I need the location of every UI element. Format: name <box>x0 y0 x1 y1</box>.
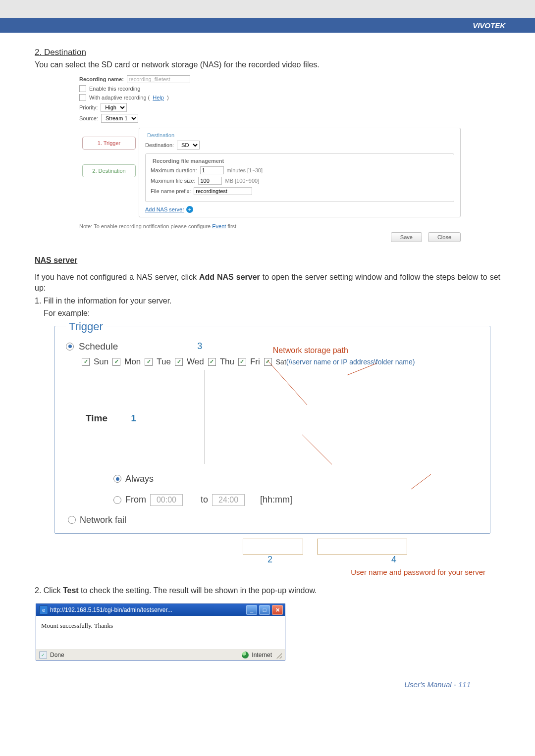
internet-zone-icon <box>242 652 249 658</box>
tue-checkbox[interactable] <box>145 358 153 366</box>
to-label: to <box>201 495 208 505</box>
add-nas-server-link[interactable]: Add NAS server + <box>145 206 193 213</box>
nas-step-1-example: For example: <box>44 308 500 319</box>
divider-line <box>205 370 205 464</box>
callout-2: 2 <box>268 554 272 565</box>
page-content: 2. Destination You can select the SD car… <box>0 33 535 713</box>
brand-text: VIVOTEK <box>473 21 505 30</box>
prefix-label: File name prefix: <box>151 188 191 194</box>
section-intro: You can select the SD card or network st… <box>35 59 500 70</box>
section-title-destination: 2. Destination <box>35 48 500 57</box>
trigger-legend: Trigger <box>66 320 106 333</box>
step-destination-box[interactable]: 2. Destination <box>82 164 136 177</box>
popup-titlebar: e http://192.168.5.151/cgi-bin/admin/tes… <box>36 604 285 616</box>
close-window-button[interactable]: ✕ <box>272 605 283 615</box>
recording-name-input[interactable] <box>127 75 190 83</box>
adaptive-recording-checkbox[interactable] <box>79 94 86 101</box>
status-zone: Internet <box>252 652 272 658</box>
help-link[interactable]: Help <box>153 95 164 101</box>
status-done: Done <box>50 652 64 658</box>
popup-statusbar: ✓ Done Internet <box>36 650 285 660</box>
destination-label: Destination: <box>145 142 174 148</box>
recording-name-label: Recording name: <box>79 76 124 82</box>
callout-1: 1 <box>131 413 136 423</box>
network-fail-radio[interactable] <box>68 516 76 524</box>
max-duration-label: Maximum duration: <box>151 167 197 173</box>
popup-body: Mount successfully. Thanks <box>36 616 285 650</box>
nas-intro: If you have not configured a NAS server,… <box>35 272 500 293</box>
always-radio[interactable] <box>113 475 121 483</box>
page-footer: User's Manual - 111 <box>35 680 471 689</box>
destination-fieldset: Destination Destination: SD Recording fi… <box>139 128 461 217</box>
test-result-popup: e http://192.168.5.151/cgi-bin/admin/tes… <box>36 604 285 660</box>
plus-icon: + <box>186 206 193 213</box>
adaptive-close: ) <box>167 95 169 101</box>
time-label: Time 1 <box>86 413 195 424</box>
ie-icon: e <box>39 605 48 614</box>
minimize-button[interactable]: _ <box>246 605 257 615</box>
brand-bar: VIVOTEK <box>0 18 535 33</box>
fri-checkbox[interactable] <box>238 358 246 366</box>
recording-settings-screenshot: Recording name: Enable this recording Wi… <box>79 75 461 242</box>
enable-recording-label: Enable this recording <box>89 86 140 92</box>
event-link[interactable]: Event <box>212 223 226 229</box>
from-radio[interactable] <box>113 496 121 504</box>
thu-checkbox[interactable] <box>208 358 216 366</box>
mon-checkbox[interactable] <box>112 358 120 366</box>
days-row: Sun Mon Tue Wed Thu Fri Network storage … <box>82 357 479 367</box>
trigger-fieldset: Trigger Schedule 3 Sun Mon Tue Wed Thu F… <box>54 326 490 534</box>
source-label: Source: <box>79 115 98 121</box>
nas-server-heading: NAS server <box>35 256 500 265</box>
network-fail-label: Network fail <box>80 515 126 525</box>
network-storage-path-label: Network storage path <box>273 346 348 355</box>
nas-step-2: 2. Click Test to check the setting. The … <box>35 585 500 596</box>
callout-4: 4 <box>391 554 396 565</box>
callout-3: 3 <box>197 341 202 352</box>
priority-label: Priority: <box>79 104 98 110</box>
maximize-button[interactable]: □ <box>259 605 270 615</box>
from-label: From <box>125 495 146 505</box>
max-size-input[interactable] <box>198 177 222 185</box>
done-icon: ✓ <box>39 651 47 659</box>
userpw-caption: User name and password for your server <box>54 568 485 576</box>
callout-box-4 <box>317 539 407 554</box>
step-trigger-box[interactable]: 1. Trigger <box>82 137 136 150</box>
top-grey-strip <box>0 0 535 18</box>
recording-file-mgmt-legend: Recording file management <box>151 158 226 164</box>
callout-box-2 <box>243 539 303 554</box>
sun-checkbox[interactable] <box>82 358 90 366</box>
enable-recording-checkbox[interactable] <box>79 85 86 92</box>
save-button[interactable]: Save <box>391 232 422 242</box>
nas-step-1: 1. Fill in the information for your serv… <box>35 296 500 306</box>
wed-checkbox[interactable] <box>175 358 183 366</box>
sat-checkbox[interactable] <box>264 358 272 366</box>
hhmm-label: [hh:mm] <box>260 495 292 505</box>
priority-select[interactable]: High <box>101 103 127 112</box>
close-button[interactable]: Close <box>428 232 461 242</box>
prefix-input[interactable] <box>194 187 252 195</box>
recording-file-mgmt-fieldset: Recording file management Maximum durati… <box>145 153 454 202</box>
to-time-input[interactable] <box>212 494 245 506</box>
popup-title: http://192.168.5.151/cgi-bin/admin/tests… <box>50 606 244 613</box>
max-duration-suffix: minutes [1~30] <box>227 167 263 173</box>
max-size-suffix: MB [100~900] <box>225 178 259 184</box>
schedule-label: Schedule <box>79 341 118 352</box>
from-time-input[interactable] <box>150 494 183 506</box>
note-text: Note: To enable recording notification p… <box>79 223 461 229</box>
max-duration-input[interactable] <box>200 166 224 174</box>
resize-grip-icon <box>275 652 282 658</box>
trigger-screenshot-wrap: Trigger Schedule 3 Sun Mon Tue Wed Thu F… <box>54 326 490 576</box>
destination-legend: Destination <box>145 132 176 138</box>
schedule-radio[interactable] <box>66 343 74 351</box>
destination-select[interactable]: SD <box>177 141 200 150</box>
adaptive-recording-label: With adaptive recording ( <box>89 95 150 101</box>
network-storage-path-hint: Sat(\\server name or IP address\folder n… <box>276 358 415 366</box>
always-label: Always <box>125 474 154 484</box>
max-size-label: Maximum file size: <box>151 178 195 184</box>
source-select[interactable]: Stream 1 <box>101 114 138 123</box>
